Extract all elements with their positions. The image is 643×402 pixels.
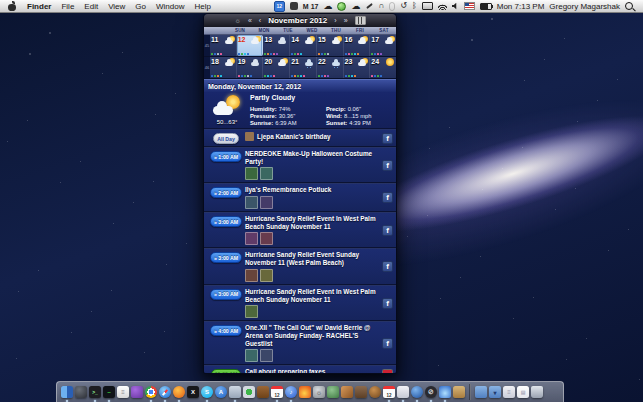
x-app-dock-icon[interactable]: X xyxy=(187,386,199,398)
purple-app-dock-icon[interactable] xyxy=(131,386,143,398)
chrome-dock-icon[interactable] xyxy=(145,386,157,398)
skype-dock-icon[interactable]: S xyxy=(201,386,213,398)
event-row[interactable]: » 3:00 AMHurricane Sandy Relief Event In… xyxy=(204,285,396,321)
facebook-icon[interactable]: f xyxy=(382,133,393,144)
keyboard-flag-icon[interactable] xyxy=(464,2,475,10)
menu-finder[interactable]: Finder xyxy=(22,2,56,11)
toolbox-dock-icon[interactable] xyxy=(355,386,367,398)
trash-dock-icon[interactable] xyxy=(531,386,543,398)
availability-status-icon[interactable] xyxy=(337,2,346,11)
menu-edit[interactable]: Edit xyxy=(79,2,103,11)
prev-month-button[interactable]: ‹ xyxy=(259,17,261,24)
menu-view[interactable]: View xyxy=(103,2,130,11)
finder-dock-icon[interactable] xyxy=(61,386,73,398)
facebook-icon[interactable]: f xyxy=(382,160,393,171)
contacts-dock-icon[interactable] xyxy=(257,386,269,398)
menu-clock[interactable]: Mon 7:13 PM xyxy=(497,2,545,11)
wifi-icon[interactable] xyxy=(438,3,447,10)
menu-go[interactable]: Go xyxy=(130,2,151,11)
calendar-day-15[interactable]: 15 xyxy=(317,35,344,56)
user-menu[interactable]: Gregory Magarshak xyxy=(549,2,620,11)
flame-app-dock-icon[interactable] xyxy=(439,386,451,398)
garageband-dock-icon[interactable] xyxy=(369,386,381,398)
activity-monitor-dock-icon[interactable]: ~ xyxy=(103,386,115,398)
event-row[interactable]: » 3:00 AMHurricane Sandy Relief Event In… xyxy=(204,212,396,248)
event-row[interactable]: » 3:00 AMHurricane Sandy Relief Event Su… xyxy=(204,248,396,284)
menu-window[interactable]: Window xyxy=(151,2,189,11)
app-store-dock-icon[interactable]: A xyxy=(215,386,227,398)
calendar-day-22[interactable]: 22 xyxy=(317,57,344,78)
view-toggle-icon[interactable] xyxy=(355,16,366,25)
facebook-icon[interactable]: f xyxy=(382,192,393,203)
calendar-day-16[interactable]: 16 xyxy=(344,35,371,56)
firefox-dock-icon[interactable] xyxy=(173,386,185,398)
time-machine-icon[interactable] xyxy=(400,2,407,10)
calendar-day-17[interactable]: 17 xyxy=(370,35,396,56)
calendar-day-23[interactable]: 23 xyxy=(344,57,371,78)
next-month-button[interactable]: › xyxy=(334,17,336,24)
settings-gear-icon[interactable] xyxy=(234,17,240,24)
prev-year-button[interactable]: « xyxy=(248,17,252,24)
documents-stack-dock-icon[interactable]: ≡ xyxy=(503,386,515,398)
calendar-day-13[interactable]: 13 xyxy=(263,35,290,56)
calendar-day-14[interactable]: 14 xyxy=(290,35,317,56)
paint-app-dock-icon[interactable] xyxy=(397,386,409,398)
terminal-dock-icon[interactable]: >_ xyxy=(89,386,101,398)
folder-dock-icon[interactable] xyxy=(475,386,487,398)
facebook-icon[interactable]: f xyxy=(382,225,393,236)
safari-dock-icon[interactable] xyxy=(159,386,171,398)
calendar-day-12[interactable]: 12 xyxy=(237,35,264,56)
menu-file[interactable]: File xyxy=(56,2,79,11)
notes-dock-icon[interactable]: ≡ xyxy=(117,386,129,398)
facebook-icon[interactable]: f xyxy=(382,338,393,349)
calendar-day-24[interactable]: 24 xyxy=(370,57,396,78)
cloud-status-icon[interactable] xyxy=(323,2,332,11)
event-row[interactable]: » 4:00 AMOne.XII " The Call Out" w/ Davi… xyxy=(204,321,396,365)
star xyxy=(533,297,534,298)
messages-status[interactable]: M 17 xyxy=(303,3,319,10)
headphones-status-icon[interactable] xyxy=(378,2,384,10)
volume-icon[interactable] xyxy=(452,3,459,10)
calendar-day-18[interactable]: 18 xyxy=(210,57,237,78)
cloud-sync-icon[interactable] xyxy=(351,2,360,11)
event-row[interactable]: » 2:00 AMIlya's Remembrance Potluckf xyxy=(204,183,396,212)
system-preferences-dock-icon[interactable]: ☼ xyxy=(313,386,325,398)
globe-app-dock-icon[interactable] xyxy=(411,386,423,398)
event-row[interactable]: » 1:00 AMNERDEOKE Make-Up Halloween Cost… xyxy=(204,147,396,183)
calendar-day-21[interactable]: 21 xyxy=(290,57,317,78)
calendar2-dock-icon[interactable]: 12 xyxy=(383,386,395,398)
calendar-day-11[interactable]: 11 xyxy=(210,35,237,56)
package-app-dock-icon[interactable] xyxy=(453,386,465,398)
event-time-badge: » 4:00 AM xyxy=(210,325,242,336)
event-row[interactable]: 10:00 AMCall about preparing taxes xyxy=(204,365,396,374)
calendar-day-20[interactable]: 20 xyxy=(263,57,290,78)
displays-icon[interactable] xyxy=(422,2,433,10)
event-row[interactable]: All DayLjepa Katanic's birthdayf xyxy=(204,129,396,147)
downloads-dock-icon[interactable]: ▾ xyxy=(489,386,501,398)
fire-app-dock-icon[interactable] xyxy=(299,386,311,398)
spotlight-icon[interactable] xyxy=(625,2,633,10)
facebook-icon[interactable]: f xyxy=(382,298,393,309)
facetime-dock-icon[interactable] xyxy=(243,386,255,398)
bluetooth-icon[interactable] xyxy=(412,2,417,10)
blocked-app-dock-icon[interactable]: ⊘ xyxy=(425,386,437,398)
green-app-dock-icon[interactable] xyxy=(327,386,339,398)
text-document-dock-icon[interactable]: ▤ xyxy=(517,386,529,398)
itunes-dock-icon[interactable]: ♪ xyxy=(285,386,297,398)
apple-menu-icon[interactable] xyxy=(8,2,16,11)
preview-dock-icon[interactable] xyxy=(229,386,241,398)
sync-status-icon[interactable] xyxy=(290,2,298,10)
ical-menu-icon[interactable]: 12 xyxy=(274,1,285,12)
weekday-label: WED xyxy=(300,28,324,33)
facebook-icon[interactable]: f xyxy=(382,261,393,272)
ical-dock-icon[interactable]: 12 xyxy=(271,386,283,398)
battery-icon[interactable] xyxy=(480,3,492,10)
design-app-dock-icon[interactable] xyxy=(341,386,353,398)
dashboard-dock-icon[interactable] xyxy=(75,386,87,398)
menu-help[interactable]: Help xyxy=(189,2,215,11)
wrench-status-icon[interactable] xyxy=(365,2,373,10)
mic-status-icon[interactable] xyxy=(389,2,395,11)
next-year-button[interactable]: » xyxy=(344,17,348,24)
star xyxy=(155,114,156,115)
calendar-day-19[interactable]: 19 xyxy=(237,57,264,78)
